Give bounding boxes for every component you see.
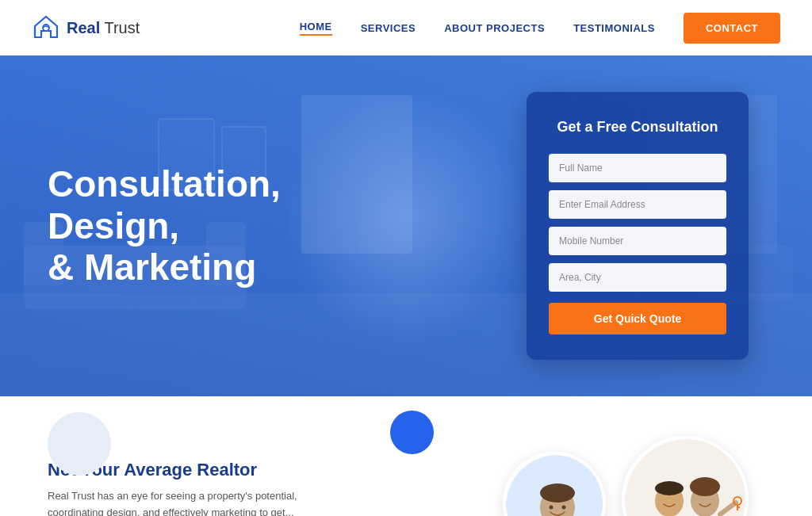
svg-point-19 [550, 506, 553, 510]
below-paragraph: Real Trust has an eye for seeing a prope… [48, 488, 301, 516]
svg-point-32 [690, 477, 720, 496]
nav-about-projects[interactable]: ABOUT PROJECTS [444, 22, 545, 34]
svg-point-20 [562, 506, 566, 510]
svg-point-0 [43, 25, 49, 31]
mobile-input[interactable] [549, 227, 726, 255]
svg-point-27 [655, 481, 684, 495]
person-svg-1 [506, 455, 606, 516]
hero-headline: Consultation, Design, & Marketing [48, 163, 349, 289]
deco-circle-blue [390, 411, 434, 454]
logo-text: Real Trust [67, 19, 140, 37]
below-heading: Not Your Average Realtor [48, 460, 471, 480]
svg-point-18 [540, 484, 575, 503]
hero-section: Consultation, Design, & Marketing Get a … [0, 55, 812, 396]
nav-links: HOME SERVICES ABOUT PROJECTS TESTIMONIAL… [300, 13, 780, 44]
contact-button[interactable]: CONTACT [684, 13, 780, 44]
area-city-input[interactable] [549, 263, 726, 292]
form-title: Get a Free Consultation [549, 117, 726, 137]
deco-circle-light [48, 412, 111, 476]
full-name-input[interactable] [549, 154, 726, 182]
below-hero-section: Not Your Average Realtor Real Trust has … [0, 396, 812, 516]
hero-content: Consultation, Design, & Marketing [0, 163, 527, 289]
person-image-1 [503, 452, 606, 516]
get-quote-button[interactable]: Get Quick Quote [549, 303, 726, 334]
email-input[interactable] [549, 190, 726, 219]
consultation-form-card: Get a Free Consultation Get Quick Quote [527, 92, 749, 359]
circle-images [503, 436, 749, 516]
person-svg-2 [625, 439, 749, 516]
nav-home[interactable]: HOME [300, 21, 332, 36]
logo-icon [32, 13, 60, 42]
logo[interactable]: Real Trust [32, 13, 140, 42]
navbar: Real Trust HOME SERVICES ABOUT PROJECTS … [0, 0, 812, 55]
nav-services[interactable]: SERVICES [361, 22, 416, 34]
person-image-2 [622, 436, 749, 516]
nav-testimonials[interactable]: TESTIMONIALS [573, 22, 655, 34]
